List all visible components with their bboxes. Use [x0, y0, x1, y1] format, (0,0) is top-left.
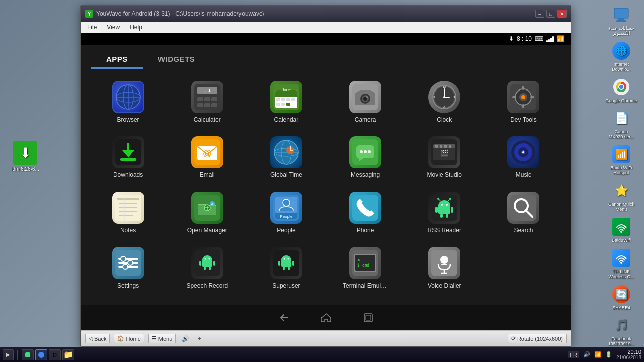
svg-rect-118	[435, 207, 438, 213]
keyboard-icon: ⌨	[535, 35, 543, 42]
app-rss[interactable]: RSS Reader	[408, 188, 481, 238]
svg-point-80	[364, 150, 367, 153]
taskbar-left: ▶ e 📁	[3, 349, 74, 360]
svg-rect-59	[512, 96, 516, 98]
menu-view[interactable]: View	[105, 23, 122, 32]
svg-point-79	[360, 150, 363, 153]
svg-rect-88	[444, 145, 447, 148]
app-messaging[interactable]: Messaging	[329, 132, 403, 183]
app-devtools[interactable]: Dev Tools	[487, 77, 560, 127]
tabs: APPS WIDGETS	[91, 51, 560, 69]
window-controls: – □ ✕	[535, 10, 567, 18]
app-search[interactable]: Search	[487, 188, 560, 238]
svg-point-7	[620, 231, 622, 233]
emu-home-btn[interactable]: 🏠 Home	[114, 334, 144, 343]
desktop-icon-baidu[interactable]: 📶 Baidu WiFi Hotspot	[601, 142, 641, 177]
nav-recent[interactable]	[362, 312, 374, 324]
app-camera[interactable]: Camera	[329, 77, 403, 127]
app-globaltime[interactable]: Global Time	[249, 132, 323, 183]
svg-rect-29	[275, 93, 297, 97]
app-clock[interactable]: 12 3 6 9 Clock	[408, 77, 481, 127]
desktop-icon-canon-quick[interactable]: ⭐ Canon Quick Menu	[601, 178, 641, 214]
svg-point-123	[446, 204, 448, 206]
desktop-icon-facebook-mp3[interactable]: 🎵 Facebook 195179919...	[601, 313, 641, 348]
desktop-icon-shareit[interactable]: 🔄 SHAREit	[601, 282, 641, 312]
desktop-icon-computer[interactable]: حسابات عبدة الكمبيوتر	[601, 3, 641, 38]
superuser-icon	[270, 247, 302, 279]
app-people[interactable]: People People	[249, 188, 323, 238]
rss-icon	[428, 192, 460, 224]
voicedialer-label: Voice Dialler	[428, 282, 461, 289]
close-button[interactable]: ✕	[557, 10, 567, 18]
rotate-btn[interactable]: ⟳ Rotate (1024x600)	[508, 334, 567, 343]
app-superuser[interactable]: Superuser	[249, 243, 323, 293]
start-button[interactable]: ▶	[3, 349, 14, 360]
svg-point-145	[204, 258, 206, 260]
rotate-icon: ⟳	[511, 335, 516, 342]
emu-menu-btn[interactable]: ☰ Menu	[148, 334, 176, 343]
window-title: YouWave for Android (3.31) - C:\Users\is…	[96, 10, 535, 17]
tab-widgets[interactable]: WIDGETS	[143, 51, 210, 69]
menu-file[interactable]: File	[85, 23, 99, 32]
music-label: Music	[516, 171, 531, 178]
movie-icon: 🎬	[428, 136, 460, 168]
phone-label: Phone	[357, 227, 374, 234]
svg-rect-37	[286, 103, 290, 106]
taskbar-folder-icon[interactable]: 📁	[62, 349, 74, 360]
signal-bars	[546, 35, 554, 42]
notes-label: Notes	[120, 227, 136, 234]
svg-text:Y: Y	[88, 11, 91, 17]
app-music[interactable]: Music	[487, 132, 560, 183]
svg-point-122	[441, 204, 443, 206]
desktop-icon-google-chrome[interactable]: Google Chrome	[601, 75, 641, 105]
app-browser[interactable]: Browser	[91, 77, 165, 127]
app-email[interactable]: @ Email	[170, 132, 244, 183]
svg-rect-20	[197, 97, 203, 101]
svg-rect-25	[211, 103, 217, 107]
minimize-button[interactable]: –	[535, 10, 544, 18]
app-phone[interactable]: Phone	[329, 188, 403, 238]
download-indicator: ⬇	[509, 35, 514, 42]
notes-icon	[112, 192, 144, 224]
openmanager-label: Open Manager	[187, 227, 227, 234]
maximize-button[interactable]: □	[546, 10, 555, 18]
nav-home[interactable]	[320, 312, 332, 324]
app-calendar[interactable]: June Calendar	[249, 77, 323, 127]
app-speech[interactable]: Speech Record	[170, 243, 244, 293]
svg-text:🎬: 🎬	[440, 149, 449, 158]
svg-text:@: @	[203, 148, 212, 158]
app-downloads[interactable]: Downloads	[91, 132, 165, 183]
svg-rect-163	[441, 264, 447, 265]
svg-rect-0	[614, 8, 628, 18]
taskbar-ie-icon[interactable]: e	[49, 349, 61, 360]
desktop-icon-tplink2[interactable]: TP-LINK Wireless C...	[601, 246, 641, 281]
app-settings[interactable]: Settings	[91, 243, 165, 293]
taskbar-lang: FR	[568, 351, 579, 358]
taskbar-chrome-icon[interactable]	[35, 349, 47, 360]
svg-rect-58	[522, 104, 524, 108]
tab-apps[interactable]: APPS	[91, 51, 143, 69]
wifi-icon: 📶	[557, 35, 565, 42]
rss-label: RSS Reader	[428, 227, 461, 234]
desktop: ⬇ idm.6.26-6... حسابات عبدة الكمبيوتر 🌐 …	[0, 0, 644, 362]
emulator-bottom-bar: ◁ Back 🏠 Home ☰ Menu 🔊 – + ⟳ Rotate (102…	[81, 330, 571, 346]
svg-point-155	[287, 258, 289, 260]
desktop-icon-tplink[interactable]: BaiduWifi	[601, 215, 641, 245]
emu-back-btn[interactable]: ◁ Back	[85, 334, 110, 343]
app-terminal[interactable]: >_ $ cmd Terminal Emula...	[329, 243, 403, 293]
app-movie[interactable]: 🎬 Movie Studio	[408, 132, 481, 183]
desktop-icon-idm[interactable]: ⬇ idm.6.26-6...	[8, 141, 43, 172]
svg-rect-33	[286, 98, 290, 101]
desktop-icon-internet-download[interactable]: 🌐 Internet Downlo...	[601, 39, 641, 74]
svg-rect-2	[616, 20, 626, 22]
app-voicedialer[interactable]: Voice Dialler	[408, 243, 481, 293]
app-notes[interactable]: Notes	[91, 188, 165, 238]
app-calculator[interactable]: – + Calculator	[170, 77, 244, 127]
menu-help[interactable]: Help	[128, 23, 144, 32]
taskbar-android-icon[interactable]	[22, 349, 34, 360]
nav-back[interactable]	[278, 312, 290, 324]
clock-icon: 12 3 6 9	[428, 81, 460, 113]
app-openmanager[interactable]: A Open Manager	[170, 188, 244, 238]
desktop-icon-canon[interactable]: 📄 Canon MX920 ser...	[601, 106, 641, 141]
svg-point-162	[440, 256, 448, 264]
